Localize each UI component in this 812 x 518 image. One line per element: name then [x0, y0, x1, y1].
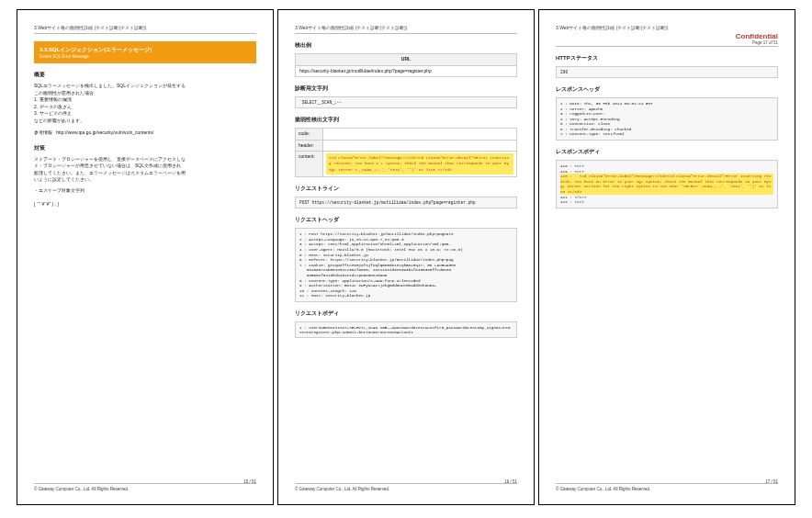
breadcrumb-text: 3.Webサイト毎の脆弱性詳細 (テスト診断(テスト診断)) [295, 25, 407, 30]
footer-copyright: © Gateway Computer Co., Ltd. All Rights … [295, 483, 517, 491]
request-line: POST https://security-blanket.jp/mutilli… [295, 197, 517, 208]
section-header: 3.3.SQLインジェクション(エラーメッセージ) Detect SQL Err… [34, 41, 256, 63]
heading-vuln: 脆弱性検出文字列 [295, 116, 517, 124]
heading-detect: 検出例 [295, 41, 517, 50]
kv-label-code: code: [296, 129, 323, 141]
page-15: 3.Webサイト毎の脆弱性詳細 (テスト診断(テスト診断)) 3.3.SQLイン… [17, 9, 274, 505]
breadcrumb: 3.Webサイト毎の脆弱性詳細 (テスト診断(テスト診断)) [556, 25, 778, 30]
vuln-content-highlight: <td class="error-label">Message:</td><td… [326, 153, 513, 175]
code-line: 11 : Host: security-blanket.jp [299, 293, 513, 298]
response-headers: 1 : Date: Thu, 06 Feb 2014 05:31:24 GMT2… [556, 97, 778, 141]
counter-text: 処理してください。また、エラーメッセージはカスタムエラーページを用 [34, 170, 256, 177]
url-header: URL [296, 54, 517, 66]
reference-url: http://www.ipa.go.jp/security/vuln/vuln_… [56, 130, 153, 135]
heading-reqbody: リクエストボディ [295, 310, 517, 318]
kv-label-content: content: [296, 152, 323, 177]
http-status: 200 [556, 66, 778, 78]
page-16: 3.Webサイト毎の脆弱性詳細 (テスト診断(テスト診断)) 検出例 URL h… [277, 9, 535, 505]
heading-counter: 対策 [34, 144, 256, 152]
breadcrumb: 3.Webサイト毎の脆弱性詳細 (テスト診断(テスト診断)) [295, 25, 517, 34]
impact-item: 3. サービスの停止 [34, 110, 256, 118]
counter-text: ストアード・プロシージャーを使用し、直接データベースにアクセスしな [34, 156, 256, 163]
overview-text-2: この脆弱性が悪用された場合、 [34, 90, 256, 97]
footer-copyright: © Gateway Computer Co., Ltd. All Rights … [34, 483, 256, 491]
footer-copyright: © Gateway Computer Co., Ltd. All Rights … [556, 483, 778, 491]
breadcrumb: 3.Webサイト毎の脆弱性詳細 (テスト診断(テスト診断)) [34, 25, 256, 34]
section-subtitle: Detect SQL Error Message [39, 54, 251, 59]
heading-overview: 概要 [34, 71, 256, 79]
confidential-sub: Page 17 of 51 [556, 40, 778, 45]
escape-chars: [ ' '' ¥' ¥'' ) ; ] [34, 201, 256, 208]
confidential-stamp: Confidential Page 17 of 51 [556, 32, 778, 47]
vuln-table: code: header: content: <td class="error-… [295, 128, 517, 177]
breadcrumb-text: 3.Webサイト毎の脆弱性詳細 (テスト診断(テスト診断)) [556, 25, 668, 30]
confidential-label: Confidential [736, 32, 778, 40]
code-line-highlight: 420 : <td class="error-label">Message:</… [560, 174, 773, 194]
kv-value-code [323, 129, 517, 141]
code-line: 422 : <tr> [560, 199, 773, 205]
counter-text: いように設定してください。 [34, 176, 256, 184]
impact-item: 2. データの改ざん [34, 104, 256, 111]
kv-label-header: header: [296, 140, 323, 152]
heading-reqline: リクエストライン [295, 185, 517, 193]
request-headers: 1 : POST https://security-blanket.jp/mut… [295, 228, 517, 302]
code-line: 7 : Content-Type: text/html [560, 131, 773, 137]
section-title: 3.3.SQLインジェクション(エラーメッセージ) [39, 46, 251, 54]
heading-resbody: レスポンスボディ [556, 148, 778, 156]
heading-status: HTTPステータス [556, 54, 778, 62]
heading-diag: 診断用文字列 [295, 84, 517, 93]
response-body: 418 : <tr>419 : <tr>420 : <td class="err… [556, 160, 778, 208]
counter-text: ド・プロシージャーが用意させていない場合は、SQL文作成に使用され [34, 163, 256, 170]
breadcrumb-text: 3.Webサイト毎の脆弱性詳細 (テスト診断(テスト診断)) [34, 25, 146, 30]
impact-list: 1. 重要情報の漏洩 2. データの改ざん 3. サービスの停止 [34, 96, 256, 118]
page-17: 3.Webサイト毎の脆弱性詳細 (テスト診断(テスト診断)) Confident… [538, 9, 795, 505]
heading-resheader: レスポンスヘッダ [556, 85, 778, 94]
impact-tail: などの影響があります。 [34, 118, 256, 125]
reference-line: 参考情報 http://www.ipa.go.jp/security/vuln/… [34, 130, 256, 137]
kv-value-content: <td class="error-label">Message:</td><td… [323, 152, 517, 177]
escape-label: ・エスケープ対象文字列 [34, 187, 256, 195]
impact-item: 1. 重要情報の漏洩 [34, 96, 256, 104]
heading-reqheader: リクエストヘッダ [295, 216, 517, 224]
url-value: https://security-blanket.jp/mutillidae/i… [296, 65, 517, 77]
reference-label: 参考情報 [34, 130, 52, 135]
diag-string: `SELECT__SCAN_;-- [295, 96, 517, 108]
request-body: 1 : username=test%27+SELECT+_SCAN %3B--&… [295, 321, 517, 338]
kv-value-header [323, 140, 517, 152]
url-table: URL https://security-blanket.jp/mutillid… [295, 53, 517, 77]
overview-text-1: SQLエラーメッセージを検出しました。SQLインジェクションが発生する [34, 83, 256, 90]
